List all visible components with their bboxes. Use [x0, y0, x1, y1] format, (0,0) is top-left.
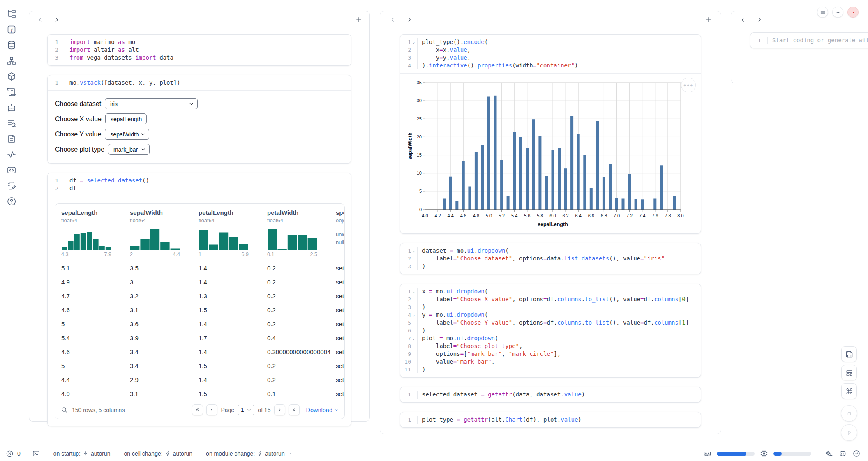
- scratchpad-icon[interactable]: [7, 181, 16, 191]
- column-right-button[interactable]: [406, 16, 413, 23]
- svg-text:6.0: 6.0: [549, 213, 556, 218]
- stop-button[interactable]: [841, 405, 857, 422]
- settings-button[interactable]: [832, 7, 843, 18]
- table-cell: 2.9: [124, 376, 192, 383]
- menu-button[interactable]: [817, 7, 828, 18]
- notebook-column-3: 1 Start coding or generate with AI: [731, 11, 868, 83]
- last-page-button[interactable]: [289, 404, 300, 415]
- connected-check-icon[interactable]: [852, 449, 861, 458]
- code-editor[interactable]: 1⌄234plot_type().encode( x=x.value, y=y.…: [400, 35, 701, 73]
- cell-plot[interactable]: 1⌄234plot_type().encode( x=x.value, y=y.…: [400, 34, 701, 234]
- cell-plot-type[interactable]: 1plot_type = getattr(alt.Chart(df), plot…: [400, 412, 701, 428]
- table-row[interactable]: 4.63.41.40.30000000000000004setosa: [55, 345, 344, 359]
- snippets-icon[interactable]: [7, 165, 16, 175]
- plot-type-select[interactable]: mark_bar: [108, 144, 150, 155]
- function-icon[interactable]: f: [7, 25, 16, 35]
- first-page-button[interactable]: [192, 404, 203, 415]
- cell-xyplot-dropdowns[interactable]: 1⌄234⌄567⌄891011x = mo.ui.dropdown( labe…: [400, 284, 701, 378]
- code-editor[interactable]: 12df = selected_dataset()df: [48, 173, 351, 196]
- table-body: 5.13.51.40.2setosa4.931.40.2setosa4.73.2…: [55, 261, 344, 401]
- table-cell: 3: [124, 279, 192, 286]
- generate-link[interactable]: generate: [828, 37, 855, 44]
- scroll-logs-icon[interactable]: [7, 87, 16, 97]
- x-value-select[interactable]: sepalLength: [105, 113, 147, 124]
- bar-chart[interactable]: 4.04.24.44.64.85.05.25.45.65.86.06.26.46…: [407, 78, 697, 228]
- play-icon: [845, 429, 853, 437]
- notebook-column-2: 1⌄234plot_type().encode( x=x.value, y=y.…: [380, 11, 721, 434]
- list-search-icon[interactable]: [7, 118, 16, 128]
- terminal-icon[interactable]: [32, 449, 40, 458]
- svg-text:4.2: 4.2: [434, 213, 441, 218]
- table-cell: 4.7: [55, 293, 124, 300]
- table-row[interactable]: 4.93.11.50.1setosa: [55, 387, 344, 401]
- code-editor[interactable]: 1 Start coding or generate with AI: [750, 33, 868, 48]
- column-header-sepalLength[interactable]: sepalLengthfloat644.37.9: [55, 209, 124, 257]
- table-row[interactable]: 4.931.40.2setosa: [55, 275, 344, 289]
- help-icon[interactable]: [7, 196, 16, 206]
- search-icon[interactable]: [61, 406, 68, 413]
- cell-selected-dataset[interactable]: 1selected_dataset = getattr(data, datase…: [400, 387, 701, 403]
- next-page-button[interactable]: [274, 404, 285, 415]
- column-header-petalWidth[interactable]: petalWidthfloat640.12.5: [261, 209, 330, 257]
- code-editor[interactable]: 1selected_dataset = getattr(data, datase…: [400, 387, 701, 402]
- column-header-sepalWidth[interactable]: sepalWidthfloat6424.4: [124, 209, 192, 257]
- table-row[interactable]: 4.42.91.40.2setosa: [55, 373, 344, 387]
- on-startup-setting[interactable]: on startup: autorun: [53, 450, 111, 457]
- file-tree-icon[interactable]: [7, 9, 16, 19]
- code-editor[interactable]: 1mo.vstack([dataset, x, y, plot]): [48, 75, 351, 90]
- package-icon[interactable]: [7, 71, 16, 81]
- column-right-button[interactable]: [756, 16, 763, 23]
- table-row[interactable]: 5.43.91.70.4setosa: [55, 331, 344, 345]
- y-value-select[interactable]: sepalWidth: [105, 129, 149, 140]
- cell-dataframe[interactable]: 12df = selected_dataset()df sepalLengthf…: [47, 173, 351, 426]
- table-row[interactable]: 5.13.51.40.2setosa: [55, 261, 344, 275]
- column-right-button[interactable]: [53, 16, 60, 23]
- cell-dataset-dropdown[interactable]: 1⌄23dataset = mo.ui.dropdown( label="Cho…: [400, 243, 701, 274]
- table-row[interactable]: 4.73.21.30.2setosa: [55, 289, 344, 303]
- table-cell: setosa: [330, 265, 345, 272]
- add-cell-button[interactable]: [705, 16, 712, 23]
- table-row[interactable]: 4.63.11.50.2setosa: [55, 303, 344, 317]
- dependency-graph-icon[interactable]: [7, 56, 16, 66]
- cell-vstack[interactable]: 1mo.vstack([dataset, x, y, plot]) Choose…: [47, 75, 351, 164]
- code-editor[interactable]: 1⌄234⌄567⌄891011x = mo.ui.dropdown( labe…: [400, 284, 701, 377]
- save-button[interactable]: [841, 346, 857, 362]
- disconnect-button[interactable]: [847, 7, 859, 18]
- column-header-petalLength[interactable]: petalLengthfloat6416.9: [192, 209, 261, 257]
- ai-sparkles-icon[interactable]: [824, 449, 833, 458]
- copilot-icon[interactable]: [838, 449, 847, 458]
- column-histogram: [130, 228, 180, 251]
- column-left-button[interactable]: [37, 16, 44, 23]
- table-row[interactable]: 53.61.40.2setosa: [55, 317, 344, 331]
- run-button[interactable]: [841, 424, 857, 441]
- database-icon[interactable]: [7, 40, 16, 50]
- line-numbers: 123: [48, 38, 64, 62]
- cell-empty[interactable]: 1 Start coding or generate with AI: [750, 32, 868, 48]
- column-header-species[interactable]: speciesobjectunique:nulls:: [330, 209, 345, 257]
- line-numbers: 1⌄234: [400, 38, 416, 69]
- column-left-button[interactable]: [739, 16, 747, 23]
- add-cell-button[interactable]: [356, 16, 362, 23]
- keyboard-shortcuts-button[interactable]: [841, 383, 857, 399]
- cell-imports[interactable]: 123import marimo as moimport altair as a…: [47, 34, 351, 66]
- on-cell-change-setting[interactable]: on cell change: autorun: [124, 450, 192, 457]
- page-of-label: of 15: [258, 407, 270, 413]
- dataset-select[interactable]: iris: [105, 98, 198, 109]
- page-select[interactable]: 1: [238, 405, 254, 415]
- code-editor[interactable]: 123import marimo as moimport altair as a…: [48, 35, 351, 65]
- code-editor[interactable]: 1⌄23dataset = mo.ui.dropdown( label="Cho…: [400, 243, 701, 274]
- row-count-summary: 150 rows, 5 columns: [72, 407, 125, 413]
- table-row[interactable]: 53.41.50.2setosa: [55, 359, 344, 373]
- errors-icon[interactable]: [6, 450, 14, 458]
- layout-button[interactable]: [841, 365, 857, 380]
- column-left-button[interactable]: [389, 16, 397, 23]
- activity-icon[interactable]: [7, 150, 16, 159]
- download-button[interactable]: Download: [306, 407, 339, 413]
- on-module-change-setting[interactable]: on module change: autorun: [206, 450, 292, 457]
- chart-actions-button[interactable]: ●●●: [681, 78, 696, 92]
- code-editor[interactable]: 1plot_type = getattr(alt.Chart(df), plot…: [400, 412, 701, 427]
- document-icon[interactable]: [7, 134, 16, 144]
- previous-page-button[interactable]: [206, 404, 217, 415]
- table-cell: 3.4: [124, 362, 192, 369]
- chat-bot-icon[interactable]: [7, 103, 16, 113]
